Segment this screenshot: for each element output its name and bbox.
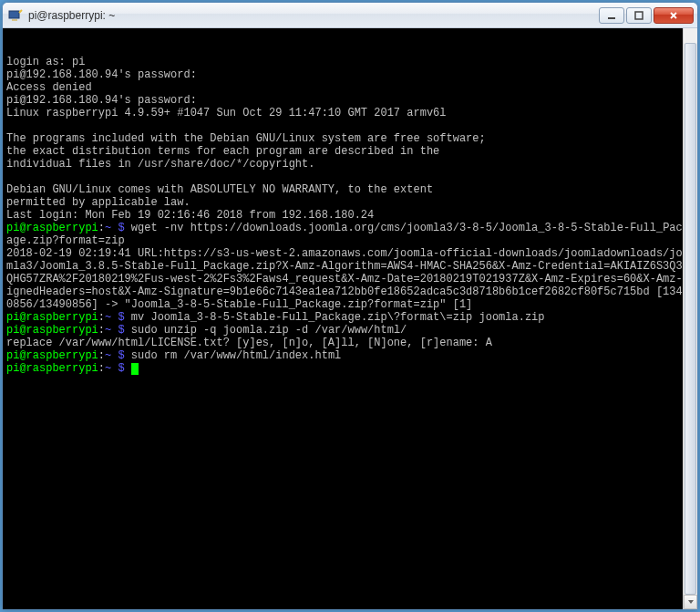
term-cmd: sudo unzip -q joomla.zip -d /var/www/htm… (125, 324, 407, 337)
prompt-user: pi@raspberrypi (6, 324, 98, 337)
putty-icon (8, 8, 23, 23)
window-titlebar[interactable]: pi@raspberrypi: ~ (3, 3, 697, 28)
maximize-button[interactable] (626, 7, 652, 24)
prompt-user: pi@raspberrypi (6, 311, 98, 324)
svg-rect-3 (608, 17, 615, 19)
scroll-track[interactable] (684, 43, 697, 595)
terminal-scrollbar[interactable] (683, 28, 697, 609)
svg-rect-4 (635, 12, 643, 19)
prompt-colon: : (98, 362, 105, 375)
prompt-colon: : (98, 222, 105, 234)
terminal-area[interactable]: login as: pi pi@192.168.180.94's passwor… (3, 28, 697, 609)
prompt-path: ~ $ (105, 324, 125, 337)
close-button[interactable] (654, 7, 694, 24)
putty-window: pi@raspberrypi: ~ login as: pi pi@192.16… (2, 2, 698, 610)
term-line: Debian GNU/Linux comes with ABSOLUTELY N… (6, 183, 433, 196)
svg-rect-1 (12, 19, 17, 21)
scroll-thumb[interactable] (685, 43, 696, 595)
prompt-path: ~ $ (105, 349, 125, 362)
prompt-user: pi@raspberrypi (6, 349, 98, 362)
term-line: Last login: Mon Feb 19 02:16:46 2018 fro… (6, 209, 374, 222)
term-line: individual files in /usr/share/doc/*/cop… (6, 158, 314, 171)
term-line: pi@192.168.180.94's password: (6, 94, 197, 107)
svg-line-2 (19, 10, 22, 13)
term-cmd: sudo rm /var/www/html/index.html (125, 349, 342, 362)
term-line: Access denied (6, 81, 92, 94)
term-line: The programs included with the Debian GN… (6, 132, 486, 145)
term-line: 2018-02-19 02:19:41 URL:https://s3-us-we… (6, 247, 689, 311)
term-line: the exact distribution terms for each pr… (6, 145, 439, 158)
prompt-colon: : (98, 311, 105, 324)
term-cmd: mv Joomla_3-8-5-Stable-Full_Package.zip\… (125, 311, 545, 324)
term-line: pi@192.168.180.94's password: (6, 68, 197, 81)
prompt-path: ~ $ (105, 222, 125, 234)
scroll-down-button[interactable] (684, 595, 697, 609)
window-buttons (597, 7, 694, 24)
terminal-cursor (131, 363, 139, 375)
term-line: replace /var/www/html/LICENSE.txt? [y]es… (6, 337, 492, 349)
window-title: pi@raspberrypi: ~ (28, 9, 597, 22)
term-line: login as: pi (6, 56, 85, 68)
svg-rect-0 (9, 11, 19, 18)
term-line: permitted by applicable law. (6, 196, 190, 209)
prompt-colon: : (98, 324, 105, 337)
term-line: Linux raspberrypi 4.9.59+ #1047 Sun Oct … (6, 107, 446, 119)
term-cmd (125, 362, 131, 375)
terminal-content: login as: pi pi@192.168.180.94's passwor… (6, 56, 694, 375)
prompt-user: pi@raspberrypi (6, 362, 98, 375)
prompt-path: ~ $ (105, 311, 125, 324)
prompt-path: ~ $ (105, 362, 125, 375)
prompt-user: pi@raspberrypi (6, 222, 98, 234)
minimize-button[interactable] (599, 7, 624, 24)
prompt-colon: : (98, 349, 105, 362)
